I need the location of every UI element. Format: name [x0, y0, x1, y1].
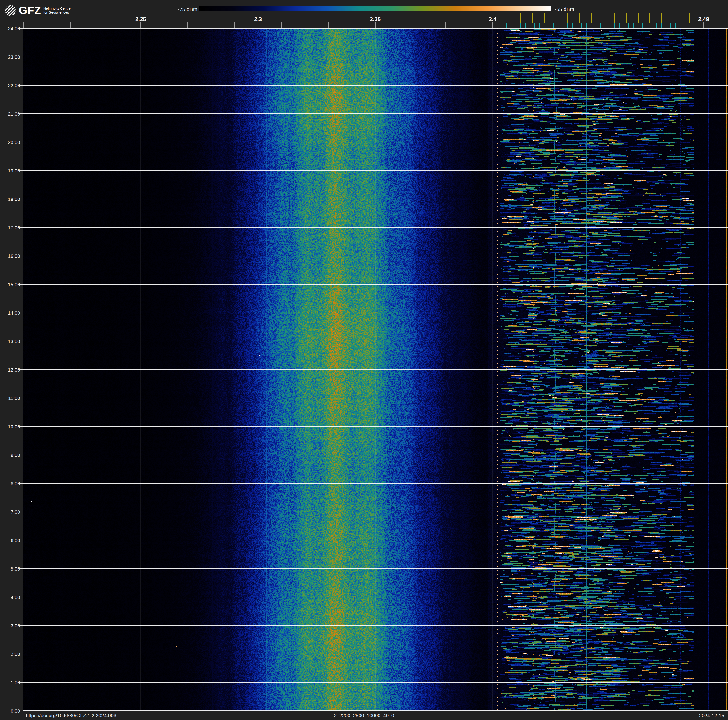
ble-channel-tick	[629, 23, 629, 28]
ble-channel-tick	[661, 23, 662, 28]
time-label: 22:00	[2, 83, 20, 88]
ble-channel-tick	[516, 23, 516, 28]
time-tick	[18, 113, 23, 114]
wifi-channel-tick	[556, 14, 556, 23]
ble-channel-tick	[534, 23, 535, 28]
time-tick	[18, 284, 23, 285]
ble-channel-tick	[549, 23, 549, 28]
ble-channel-tick	[544, 23, 544, 28]
ble-channel-tick	[553, 23, 554, 28]
time-tick	[18, 313, 23, 313]
ble-channel-tick	[539, 23, 540, 28]
ble-channel-tick	[605, 23, 606, 28]
freq-tick-minor	[399, 22, 399, 28]
time-label: 17:00	[2, 225, 20, 231]
time-tick	[18, 227, 23, 228]
time-label: 19:00	[2, 168, 20, 174]
freq-tick-minor	[352, 22, 352, 28]
time-tick	[18, 512, 23, 512]
freq-tick-label: 2.3	[249, 16, 268, 23]
time-label: 9:00	[2, 452, 20, 458]
time-label: 20:00	[2, 139, 20, 145]
ble-channel-tick	[502, 23, 502, 28]
ble-channel-tick	[591, 23, 591, 28]
freq-tick-minor	[328, 22, 329, 28]
ble-channel-tick	[567, 23, 568, 28]
ble-channel-tick	[497, 23, 497, 28]
ble-channel-tick	[596, 23, 596, 28]
time-tick	[18, 369, 23, 370]
wifi-channel-tick	[567, 14, 568, 23]
time-tick	[18, 142, 23, 142]
freq-tick-minor	[469, 22, 469, 28]
logo-org-line2: for Geosciences	[43, 10, 69, 14]
ble-channel-tick	[619, 23, 619, 28]
date-label: 2024-12-15	[699, 713, 724, 718]
wifi-channel-tick	[544, 14, 544, 23]
time-label: 15:00	[2, 282, 20, 287]
freq-tick-minor	[258, 22, 258, 28]
dataset-id: 2_2200_2500_10000_40_0	[334, 713, 394, 718]
doi-link[interactable]: https://doi.org/10.5880/GFZ.1.2.2024.003	[26, 713, 116, 718]
logo-acronym: GFZ	[19, 4, 41, 17]
time-tick	[18, 426, 23, 427]
wifi-channel-tick	[649, 14, 650, 23]
wifi-channel-tick	[520, 14, 521, 23]
freq-tick-minor	[187, 22, 188, 28]
ble-channel-tick	[647, 23, 647, 28]
ble-channel-tick	[652, 23, 652, 28]
ble-channel-tick	[577, 23, 577, 28]
time-label: 3:00	[2, 623, 20, 629]
freq-tick-minor	[422, 22, 422, 28]
time-tick	[18, 341, 23, 342]
time-label: 24:00	[2, 26, 20, 32]
time-label: 10:00	[2, 424, 20, 430]
time-tick	[18, 85, 23, 86]
ble-channel-tick	[581, 23, 582, 28]
time-label: 18:00	[2, 196, 20, 202]
freq-tick-minor	[492, 22, 493, 28]
ble-channel-tick	[506, 23, 507, 28]
ble-channel-tick	[600, 23, 601, 28]
ble-channel-tick	[563, 23, 563, 28]
spectrogram-canvas	[23, 28, 728, 711]
time-label: 12:00	[2, 367, 20, 373]
ble-channel-tick	[680, 23, 680, 28]
freq-tick-minor	[47, 22, 47, 28]
time-label: 4:00	[2, 594, 20, 600]
gfz-logo: GFZ Helmholtz Centre for Geosciences	[5, 4, 71, 17]
ble-channel-tick	[633, 23, 633, 28]
freq-tick-minor	[304, 22, 305, 28]
gfz-globe-icon	[5, 5, 16, 16]
ble-channel-tick	[525, 23, 526, 28]
freq-tick-label: 2.25	[131, 16, 150, 23]
freq-tick-label: 2.4	[483, 16, 502, 23]
time-tick	[18, 654, 23, 654]
freq-tick-minor	[234, 22, 235, 28]
freq-tick-minor	[375, 22, 376, 28]
wifi-channel-tick	[591, 14, 592, 23]
time-label: 14:00	[2, 310, 20, 316]
freq-tick-label: 2.35	[366, 16, 385, 23]
wifi-channel-tick	[614, 14, 615, 23]
time-tick	[18, 682, 23, 683]
time-label: 8:00	[2, 481, 20, 486]
freq-tick-minor	[704, 22, 704, 28]
freq-tick-label: 2.49	[694, 16, 713, 23]
freq-tick-minor	[211, 22, 211, 28]
logo-org-name: Helmholtz Centre for Geosciences	[43, 6, 71, 14]
time-tick	[18, 540, 23, 541]
time-label: 21:00	[2, 111, 20, 117]
time-tick	[18, 170, 23, 171]
time-label: 0:00	[2, 708, 20, 714]
time-tick	[18, 625, 23, 626]
time-tick	[18, 57, 23, 57]
footer: https://doi.org/10.5880/GFZ.1.2.2024.003…	[0, 711, 728, 720]
ble-channel-tick	[558, 23, 558, 28]
freq-tick-minor	[164, 22, 164, 28]
colorbar	[199, 6, 551, 11]
ble-channel-tick	[572, 23, 572, 28]
wifi-channel-tick	[626, 14, 627, 23]
time-label: 23:00	[2, 54, 20, 60]
time-tick	[18, 711, 23, 711]
